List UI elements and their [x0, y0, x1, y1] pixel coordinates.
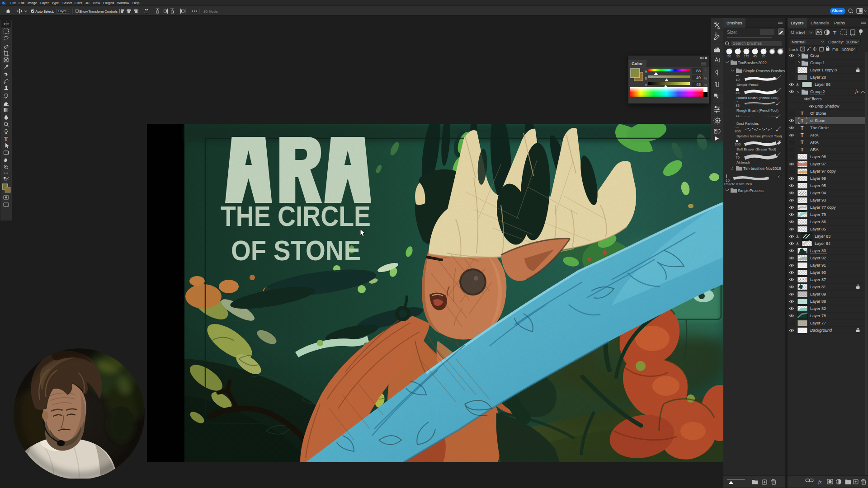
svg-text:83: 83 — [736, 103, 740, 108]
svg-text:Layer 88: Layer 88 — [810, 299, 826, 304]
svg-text:Color: Color — [632, 61, 643, 66]
svg-text:Simple Process Brushes: Simple Process Brushes — [743, 69, 785, 73]
svg-text:100%: 100% — [842, 47, 853, 52]
svg-text:Layer 77: Layer 77 — [810, 321, 826, 325]
svg-text:70: 70 — [736, 155, 740, 160]
svg-text:3D Mode:: 3D Mode: — [203, 9, 219, 14]
svg-text:Layer 82: Layer 82 — [810, 306, 826, 311]
svg-text:Simple Pencil: Simple Pencil — [736, 83, 759, 87]
svg-text:T: T — [4, 136, 8, 142]
svg-text:20: 20 — [762, 55, 765, 58]
svg-text:14...: 14... — [736, 114, 742, 118]
svg-text:Opacity:: Opacity: — [828, 39, 844, 44]
svg-text:Round Brush (Pencil Tool): Round Brush (Pencil Tool) — [736, 96, 778, 100]
svg-text:49: 49 — [696, 75, 701, 80]
svg-text:Layer 81: Layer 81 — [810, 285, 826, 289]
svg-text:100%: 100% — [846, 39, 857, 44]
svg-text:Layer 91: Layer 91 — [810, 263, 826, 267]
svg-text:Layer 79: Layer 79 — [810, 212, 826, 217]
svg-text:ARA: ARA — [810, 133, 819, 137]
svg-text:Layer 90: Layer 90 — [810, 270, 826, 275]
svg-text:Kind: Kind — [796, 30, 805, 35]
svg-text:50: 50 — [727, 55, 731, 58]
svg-text:SimpleProcess: SimpleProcess — [738, 188, 764, 193]
svg-text:Layer 97 copy: Layer 97 copy — [810, 169, 836, 174]
svg-text:Tim-brushes-Nov2019: Tim-brushes-Nov2019 — [743, 166, 781, 171]
svg-text:800: 800 — [735, 129, 741, 133]
svg-text:The Circle: The Circle — [810, 126, 829, 130]
svg-text:45: 45 — [736, 91, 740, 95]
svg-text:Auto-Select:: Auto-Select: — [35, 9, 54, 14]
svg-text:Crop: Crop — [810, 53, 819, 58]
svg-text:45: 45 — [753, 55, 757, 58]
svg-text:Layer 97: Layer 97 — [810, 162, 826, 166]
svg-text:Layer 89: Layer 89 — [810, 292, 826, 296]
svg-text:Group 1: Group 1 — [810, 61, 825, 65]
svg-text:fx: fx — [855, 89, 859, 94]
svg-text:Dust Particles: Dust Particles — [736, 122, 759, 126]
svg-text:T: T — [833, 30, 836, 35]
svg-text:Layer 80: Layer 80 — [810, 249, 826, 253]
svg-text:Drop Shadow: Drop Shadow — [815, 104, 840, 108]
svg-text:Background: Background — [810, 328, 832, 333]
svg-text:Layer 28: Layer 28 — [810, 75, 826, 80]
svg-text:TimBrushes2022: TimBrushes2022 — [738, 61, 767, 65]
svg-text:T: T — [801, 147, 804, 152]
svg-text:Airbrush: Airbrush — [736, 160, 750, 164]
svg-text:Layer 96: Layer 96 — [815, 82, 830, 87]
svg-text:H: H — [645, 70, 647, 74]
svg-text:T: T — [801, 132, 804, 138]
svg-text:Layer 94: Layer 94 — [810, 191, 826, 195]
svg-text:Layer 84: Layer 84 — [815, 241, 830, 246]
svg-text:Lock:: Lock: — [789, 47, 800, 52]
svg-text:Layer 99: Layer 99 — [810, 176, 826, 181]
svg-text:300: 300 — [735, 142, 741, 146]
svg-text:T: T — [801, 125, 804, 131]
svg-text:Layer 98: Layer 98 — [810, 155, 826, 159]
svg-text:T: T — [801, 118, 804, 123]
svg-text:ARA: ARA — [810, 147, 819, 152]
svg-text:Splatter texture (Pencil Tool): Splatter texture (Pencil Tool) — [736, 134, 782, 138]
svg-text:fx: fx — [818, 479, 822, 484]
svg-text:ARA: ARA — [810, 140, 819, 145]
svg-text:Show Transform Controls: Show Transform Controls — [79, 9, 118, 14]
svg-text:Normal: Normal — [792, 39, 806, 44]
svg-text:Layer 78: Layer 78 — [810, 314, 826, 318]
svg-text:Group 2: Group 2 — [810, 89, 825, 94]
svg-text:Of Stone: Of Stone — [810, 111, 826, 116]
svg-text:T: T — [801, 111, 804, 116]
svg-text:10: 10 — [736, 78, 740, 82]
svg-text:Layer 77 copy: Layer 77 copy — [810, 205, 836, 210]
svg-text:Layer 86: Layer 86 — [810, 220, 826, 224]
svg-text:Pallete Knife Pen: Pallete Knife Pen — [724, 182, 752, 186]
svg-text:Layer 93: Layer 93 — [810, 198, 826, 202]
svg-text:68: 68 — [696, 69, 701, 73]
svg-text:175: 175 — [744, 55, 749, 58]
svg-text:Layer 92: Layer 92 — [810, 256, 826, 260]
svg-text:%: % — [704, 83, 707, 87]
svg-text:Effects: Effects — [809, 97, 822, 101]
svg-text:B: B — [645, 83, 647, 87]
svg-text:Layer 83: Layer 83 — [815, 234, 830, 239]
svg-text:Layer 95: Layer 95 — [810, 183, 826, 188]
svg-text:T: T — [801, 140, 804, 145]
svg-text:%: % — [704, 76, 707, 80]
svg-text:Fill:: Fill: — [832, 47, 839, 52]
svg-text:Rough Brush (Pencil Tool): Rough Brush (Pencil Tool) — [736, 108, 778, 113]
svg-text:S: S — [645, 76, 647, 80]
svg-text:Layer 1 copy 8: Layer 1 copy 8 — [810, 68, 837, 72]
svg-text:of Stone: of Stone — [810, 118, 826, 123]
svg-text:Soft Eraser (Eraser Tool): Soft Eraser (Eraser Tool) — [736, 147, 776, 151]
svg-text:48: 48 — [696, 82, 701, 87]
svg-text:Layer 85: Layer 85 — [810, 227, 826, 231]
svg-text:30: 30 — [736, 55, 740, 58]
svg-text:Layer 87: Layer 87 — [810, 277, 826, 282]
svg-text:°: ° — [705, 69, 706, 73]
